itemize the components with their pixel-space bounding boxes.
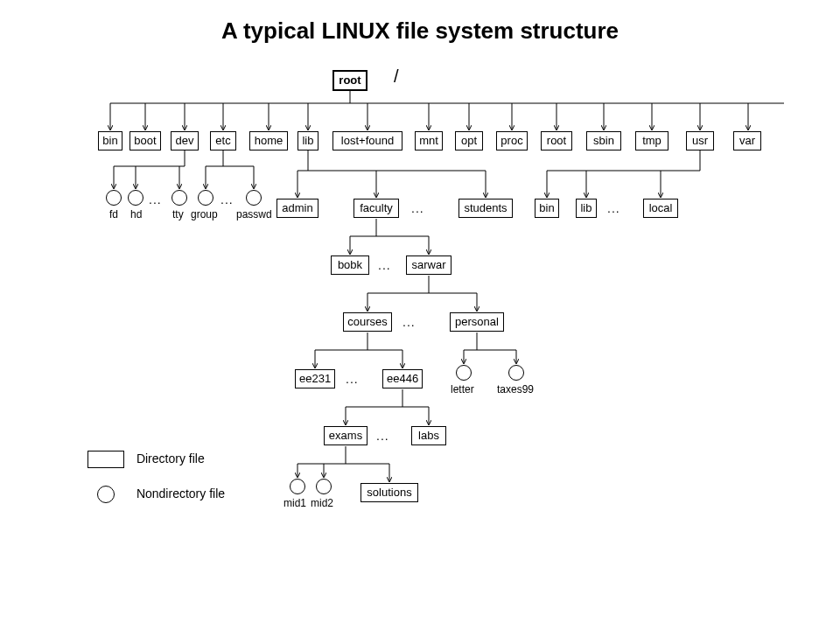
node-usr: usr: [686, 131, 714, 150]
node-ee446: ee446: [382, 369, 423, 388]
node-labs: labs: [411, 426, 446, 445]
dots-courses: ...: [346, 372, 359, 386]
node-tmp: tmp: [635, 131, 668, 150]
node-usr-local: local: [643, 199, 678, 218]
legend-file-label: Nondirectory file: [136, 486, 225, 500]
label-letter: letter: [451, 383, 474, 396]
dots-sarwar: ...: [402, 315, 416, 329]
dots-etc: ...: [220, 192, 234, 206]
node-root: root: [332, 70, 368, 91]
legend-dir: Directory file: [88, 451, 205, 468]
node-bobk: bobk: [331, 256, 369, 275]
file-mid2: [316, 479, 332, 494]
file-mid1: [290, 479, 305, 494]
node-exams: exams: [324, 426, 368, 445]
node-personal: personal: [450, 312, 504, 332]
node-etc: etc: [210, 131, 236, 150]
label-taxes99: taxes99: [497, 383, 534, 396]
legend-file-icon: [97, 486, 115, 503]
node-faculty: faculty: [354, 199, 399, 218]
node-opt: opt: [455, 131, 483, 150]
label-hd: hd: [130, 208, 142, 220]
node-proc: proc: [496, 131, 528, 150]
file-hd: [128, 190, 144, 206]
diagram-stage: root / bin boot dev etc home lib lost+fo…: [0, 52, 840, 630]
dots-dev: ...: [149, 192, 162, 206]
file-fd: [106, 190, 122, 206]
legend-dir-label: Directory file: [136, 452, 205, 466]
node-dev: dev: [171, 131, 199, 150]
file-group: [198, 190, 214, 206]
label-mid2: mid2: [311, 497, 333, 509]
dots-home: ...: [411, 201, 424, 215]
diagram-title: A typical LINUX file system structure: [0, 0, 840, 45]
node-lib: lib: [298, 131, 318, 150]
node-students: students: [458, 199, 513, 218]
node-home: home: [249, 131, 288, 150]
dots-ee446: ...: [376, 429, 389, 443]
file-letter: [456, 365, 472, 381]
node-courses: courses: [343, 312, 392, 332]
label-passwd: passwd: [236, 208, 272, 220]
node-solutions: solutions: [360, 483, 418, 502]
node-ee231: ee231: [295, 369, 335, 388]
node-admin: admin: [276, 199, 318, 218]
node-usr-bin: bin: [535, 199, 559, 218]
node-root2: root: [541, 131, 572, 150]
node-usr-lib: lib: [576, 199, 597, 218]
node-sarwar: sarwar: [406, 256, 452, 275]
node-boot: boot: [130, 131, 161, 150]
node-mnt: mnt: [415, 131, 443, 150]
node-bin: bin: [98, 131, 122, 150]
dots-faculty: ...: [378, 258, 391, 272]
root-slash: /: [394, 66, 399, 87]
node-var: var: [733, 131, 761, 150]
file-taxes99: [508, 365, 524, 381]
label-group: group: [191, 208, 218, 220]
label-mid1: mid1: [284, 497, 306, 509]
legend-dir-icon: [88, 451, 124, 468]
file-tty: [172, 190, 187, 206]
node-sbin: sbin: [586, 131, 621, 150]
node-lostfound: lost+found: [332, 131, 402, 150]
label-tty: tty: [172, 208, 184, 220]
label-fd: fd: [109, 208, 118, 220]
legend-file: Nondirectory file: [88, 486, 225, 503]
dots-usr: ...: [607, 201, 620, 215]
file-passwd: [246, 190, 262, 206]
